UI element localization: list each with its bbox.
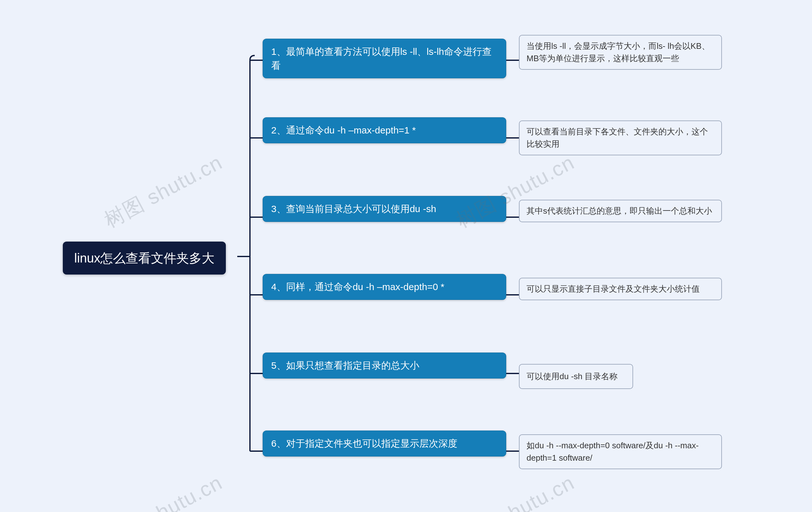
branch-node-6[interactable]: 6、对于指定文件夹也可以指定显示层次深度 <box>263 430 506 456</box>
branch-label-6: 6、对于指定文件夹也可以指定显示层次深度 <box>271 438 457 449</box>
leaf-node-3[interactable]: 其中s代表统计汇总的意思，即只输出一个总和大小 <box>519 200 722 222</box>
branch-node-5[interactable]: 5、如果只想查看指定目录的总大小 <box>263 353 506 379</box>
leaf-node-4[interactable]: 可以只显示直接子目录文件及文件夹大小统计值 <box>519 278 722 300</box>
branch-node-3[interactable]: 3、查询当前目录总大小可以使用du -sh <box>263 196 506 222</box>
branch-label-4: 4、同样，通过命令du -h –max-depth=0 * <box>271 281 444 292</box>
branch-node-1[interactable]: 1、最简单的查看方法可以使用ls -ll、ls-lh命令进行查看 <box>263 39 506 78</box>
watermark: 树图 shutu.cn <box>452 469 580 512</box>
watermark: 树图 shutu.cn <box>99 149 227 234</box>
leaf-label-2: 可以查看当前目录下各文件、文件夹的大小，这个比较实用 <box>526 127 708 149</box>
branch-label-5: 5、如果只想查看指定目录的总大小 <box>271 360 419 371</box>
watermark: 树图 shutu.cn <box>99 469 227 512</box>
branch-node-2[interactable]: 2、通过命令du -h –max-depth=1 * <box>263 117 506 143</box>
leaf-label-1: 当使用ls -ll，会显示成字节大小，而ls- lh会以KB、MB等为单位进行显… <box>526 41 710 63</box>
root-label: linux怎么查看文件夹多大 <box>74 251 214 265</box>
branch-label-3: 3、查询当前目录总大小可以使用du -sh <box>271 204 436 214</box>
root-node[interactable]: linux怎么查看文件夹多大 <box>63 242 226 275</box>
leaf-label-6: 如du -h --max-depth=0 software/及du -h --m… <box>526 441 699 462</box>
leaf-label-4: 可以只显示直接子目录文件及文件夹大小统计值 <box>526 284 700 294</box>
leaf-label-5: 可以使用du -sh 目录名称 <box>526 371 618 381</box>
leaf-node-6[interactable]: 如du -h --max-depth=0 software/及du -h --m… <box>519 434 722 469</box>
mindmap-canvas: linux怎么查看文件夹多大 1、最简单的查看方法可以使用ls -ll、ls-l… <box>0 0 812 512</box>
branch-label-1: 1、最简单的查看方法可以使用ls -ll、ls-lh命令进行查看 <box>271 46 492 71</box>
branch-label-2: 2、通过命令du -h –max-depth=1 * <box>271 125 416 135</box>
branch-node-4[interactable]: 4、同样，通过命令du -h –max-depth=0 * <box>263 274 506 300</box>
leaf-node-5[interactable]: 可以使用du -sh 目录名称 <box>519 364 633 389</box>
leaf-label-3: 其中s代表统计汇总的意思，即只输出一个总和大小 <box>526 206 712 216</box>
leaf-node-2[interactable]: 可以查看当前目录下各文件、文件夹的大小，这个比较实用 <box>519 120 722 155</box>
leaf-node-1[interactable]: 当使用ls -ll，会显示成字节大小，而ls- lh会以KB、MB等为单位进行显… <box>519 35 722 70</box>
